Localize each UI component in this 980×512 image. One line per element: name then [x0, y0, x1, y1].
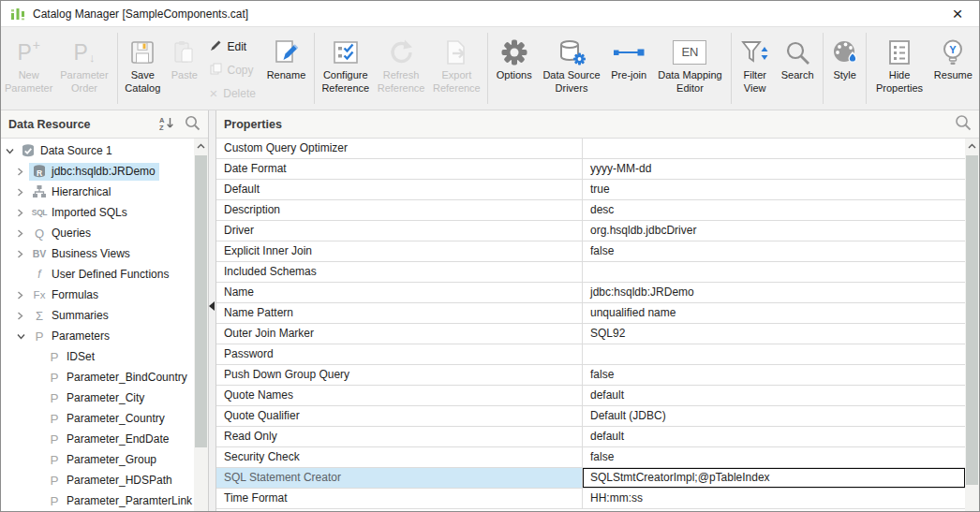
new-parameter-icon: P+: [17, 36, 40, 69]
chevron-right-icon[interactable]: [17, 229, 29, 238]
refresh-reference-button[interactable]: Refresh Reference: [373, 27, 428, 110]
property-row: Quote Namesdefault: [216, 386, 979, 406]
configure-reference-button[interactable]: Configure Reference: [318, 27, 373, 110]
chevron-right-icon[interactable]: [17, 168, 29, 176]
properties-scrollbar[interactable]: [965, 139, 979, 511]
list-icon: [885, 36, 913, 69]
copy-icon: [210, 63, 222, 78]
options-button[interactable]: Options: [491, 27, 537, 110]
toolbar-separator: [117, 33, 118, 104]
tree-item-data-source-1[interactable]: Data Source 1: [1, 140, 208, 161]
tree-item-summaries[interactable]: ΣSummaries: [1, 305, 208, 326]
export-reference-button[interactable]: Export Reference: [429, 27, 484, 110]
resume-button[interactable]: Y Resume: [929, 27, 977, 110]
parameter-order-icon: P↓: [74, 36, 96, 69]
save-catalog-button[interactable]: Save Catalog: [121, 27, 165, 110]
tree-item-parameter-paramterlink[interactable]: PParameter_ParamterLink: [1, 490, 208, 511]
toolbar-separator: [314, 33, 315, 104]
gear-icon: [500, 36, 528, 69]
rename-icon: [272, 36, 300, 69]
edit-pencil-icon: [210, 39, 222, 54]
chevron-right-icon[interactable]: [17, 209, 29, 217]
parameter-icon: P: [30, 329, 49, 344]
edit-button[interactable]: Edit: [204, 35, 261, 58]
property-row: Descriptiondesc: [216, 200, 979, 221]
close-button[interactable]: ×: [936, 1, 979, 26]
tree-item-parameter-hdspath[interactable]: PParameter_HDSPath: [1, 470, 208, 490]
tree-search-icon[interactable]: [185, 115, 200, 134]
rename-button[interactable]: Rename: [261, 27, 311, 110]
tree-item-hierarchical[interactable]: Hierarchical: [1, 182, 208, 202]
title-bar: Catalog Manager [SampleComponents.cat] ×: [1, 1, 979, 26]
property-row: Security Checkfalse: [216, 447, 979, 468]
tree-item-user-defined-functions[interactable]: fUser Defined Functions: [1, 264, 208, 285]
properties-search-icon[interactable]: [955, 114, 972, 134]
parameter-icon: P: [45, 474, 64, 488]
parameter-order-button[interactable]: P↓ Parameter Order: [54, 27, 113, 110]
tree-item-parameter-group[interactable]: PParameter_Group: [1, 449, 208, 470]
chevron-right-icon[interactable]: [17, 250, 29, 258]
tree-item-imported-sqls[interactable]: SQLImported SQLs: [1, 202, 208, 223]
property-row: Outer Join MarkerSQL92: [216, 324, 979, 344]
scrollbar-thumb[interactable]: [195, 155, 207, 447]
paste-button[interactable]: Paste: [165, 27, 204, 110]
chevron-right-icon[interactable]: [17, 188, 29, 197]
tree-item-parameter-enddate[interactable]: PParameter_EndDate: [1, 429, 208, 449]
scrollbar-thumb[interactable]: [966, 155, 978, 485]
chevron-down-icon[interactable]: [6, 148, 18, 154]
chevron-right-icon[interactable]: [17, 291, 29, 300]
tree-item-parameter-bindcountry[interactable]: PParameter_BindCountry: [1, 367, 208, 388]
data-source-drivers-button[interactable]: Data Source Drivers: [537, 27, 605, 110]
data-mapping-editor-button[interactable]: EN Data Mapping Editor: [652, 27, 728, 110]
scroll-up-arrow[interactable]: [194, 139, 208, 154]
scroll-up-arrow[interactable]: [965, 139, 979, 154]
tree-item-parameters[interactable]: PParameters: [1, 326, 208, 346]
toolbar-separator: [823, 33, 824, 104]
toolbar-separator: [487, 33, 488, 104]
property-row-selected: SQL Statement CreatorSQLStmtCreatorImpl;…: [216, 468, 979, 489]
property-row: Custom Query Optimizer: [216, 139, 979, 159]
sql-icon: SQL: [30, 208, 49, 217]
new-parameter-button[interactable]: P+ New Parameter: [3, 27, 54, 110]
chevron-right-icon[interactable]: [17, 312, 29, 320]
delete-button[interactable]: × Delete: [204, 81, 261, 105]
paste-icon: [171, 36, 198, 69]
property-row: Explicit Inner Joinfalse: [216, 241, 979, 262]
tree-item-business-views[interactable]: BVBusiness Views: [1, 243, 208, 264]
export-icon: [442, 36, 470, 69]
filter-view-button[interactable]: Filter View: [735, 27, 775, 110]
property-row: Driverorg.hsqldb.jdbcDriver: [216, 221, 979, 241]
search-icon: [784, 36, 810, 69]
parameter-icon: P: [45, 494, 64, 508]
property-value-editor[interactable]: SQLStmtCreatorImpl;@pTableIndex: [583, 468, 965, 488]
collapse-left-icon[interactable]: [209, 301, 215, 311]
pre-join-button[interactable]: Pre-join: [606, 27, 652, 110]
chevron-down-icon[interactable]: [17, 333, 29, 340]
tree-item-formulas[interactable]: FxFormulas: [1, 285, 208, 305]
edit-copy-delete-group: Edit Copy × Delete: [204, 27, 261, 110]
properties-table: Custom Query Optimizer Date Formatyyyy-M…: [216, 139, 979, 511]
tree-item-queries[interactable]: QQueries: [1, 223, 208, 243]
svg-text:Z: Z: [159, 124, 164, 131]
tree-item-idset[interactable]: PIDSet: [1, 346, 208, 367]
en-box-icon: EN: [673, 36, 706, 69]
refresh-icon: [387, 36, 415, 69]
sort-az-icon[interactable]: A Z: [158, 115, 175, 134]
tree-item-parameter-country[interactable]: PParameter_Country: [1, 408, 208, 429]
tree-item-parameter-city[interactable]: PParameter_City: [1, 388, 208, 408]
copy-button[interactable]: Copy: [204, 58, 261, 81]
bulb-y-icon: Y: [939, 36, 967, 69]
panel-splitter[interactable]: [209, 110, 215, 511]
tree-scrollbar[interactable]: [194, 139, 208, 511]
property-row: Read Onlydefault: [216, 427, 979, 447]
delete-x-icon: ×: [210, 86, 218, 100]
parameter-icon: P: [45, 412, 64, 426]
hide-properties-button[interactable]: Hide Properties: [869, 27, 928, 110]
search-button[interactable]: Search: [775, 27, 819, 110]
toolbar: P+ New Parameter P↓ Parameter Order Save…: [1, 26, 979, 110]
style-button[interactable]: Style: [826, 27, 864, 110]
property-row: Name Patternunqualified name: [216, 303, 979, 324]
tree-item-jdbc-hsqldb-jrdemo[interactable]: R jdbc:hsqldb:JRDemo: [1, 161, 208, 182]
data-resource-panel: Data Resource A Z: [1, 110, 209, 511]
pre-join-icon: [613, 36, 645, 69]
